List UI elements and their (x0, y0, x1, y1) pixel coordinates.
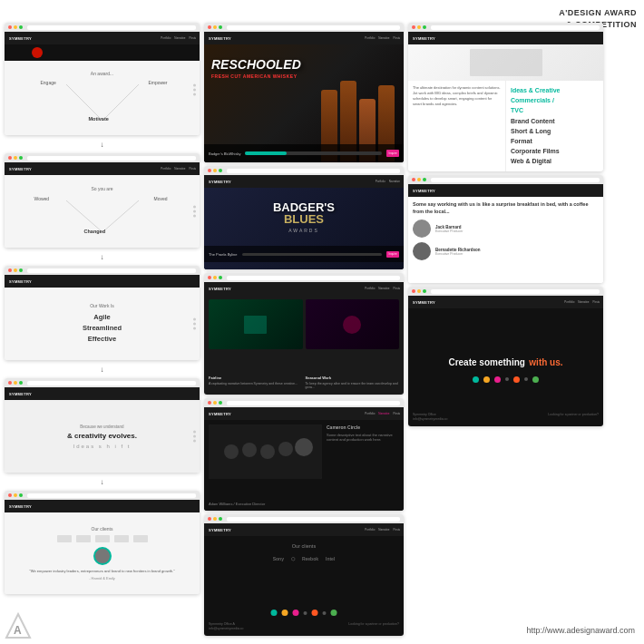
client-attribution: - Hamid & Emily (89, 576, 115, 581)
work-thumbnails (209, 299, 399, 349)
dot-yellow-i (417, 25, 421, 29)
browser-nav-5: SYMMETRY (5, 500, 200, 512)
nav-dot-3 (193, 318, 196, 321)
bottom-url: http://www.adesignaward.com (526, 626, 635, 635)
person2-role: Executive Producer (435, 252, 481, 256)
ideas-line-7: Corporate Films (511, 146, 599, 156)
nav-dots-2 (193, 206, 196, 218)
client-dark-sony: Sony (273, 556, 284, 561)
nav-link-c: Narrative (578, 300, 589, 304)
browser-testimonial: SYMMETRY Some say working with us is lik… (408, 175, 603, 283)
nav-link: Narrative (174, 36, 185, 40)
nav-dot-2 (193, 215, 196, 218)
url-bar-b (227, 169, 400, 173)
dot-yellow (14, 25, 17, 29)
sym-logo-cd: SYMMETRY (208, 526, 222, 533)
dot-yellow-dw (213, 276, 217, 279)
dot-green-2 (19, 156, 23, 160)
browser-nav-4: SYMMETRY (5, 387, 200, 400)
url-bar-c (431, 289, 600, 294)
nav-dot (193, 89, 196, 92)
green-dot-1 (331, 610, 337, 616)
dot-green-3 (19, 268, 23, 272)
screen-testimonial-content: Some say working with us is like a surpr… (408, 197, 603, 283)
work-body-2: To keep the agency alive and to ensure t… (306, 382, 400, 390)
badger-bottom-label: The Praela Byline (209, 252, 238, 257)
soyouare-diagram: Wowed Changed Moved (21, 196, 184, 237)
browser-dark-work: SYMMETRY Portfolio Narrative Posts (204, 273, 404, 395)
creativity-tagline: & creativity evolves. (67, 432, 137, 440)
dot-green-5 (19, 493, 23, 497)
whiskey-btn[interactable]: Inquire (386, 150, 399, 157)
wowed-label: Wowed (34, 196, 50, 201)
contact-block-1: Symmetry Office A info@symmetrymedia.co (209, 622, 244, 631)
red-circle (32, 47, 43, 58)
screen4-content: Because we understand & creativity evolv… (5, 400, 200, 473)
nav-links-1: Portfolio Narrative Posts (161, 36, 196, 40)
badger-btn[interactable]: Inquire (386, 251, 399, 258)
grey-dot-2 (323, 611, 327, 615)
person1-row: Jack Barnard Executive Producer (413, 220, 599, 238)
screen-people-content: Cameron Circle Some descriptive text abo… (204, 420, 404, 511)
thumb-image-2 (343, 316, 361, 334)
sym-logo-2: SYMMETRY (8, 165, 23, 172)
nav-link: Posts (189, 36, 196, 40)
screen-dark-create-content: Create something with us. Symmetry O (408, 308, 603, 426)
badger-bottom-bar: The Praela Byline Inquire (204, 246, 404, 262)
svg-text:A: A (14, 624, 22, 637)
screen3-content: Our Work Is Agile Streamlined Effective (5, 288, 200, 360)
contact-block-2: Looking for a partner or production? (348, 622, 399, 631)
work-body-1: A captivating narrative between Symmetry… (209, 382, 303, 386)
ideas-body-text: The ultimate destination for dynamic con… (413, 85, 501, 107)
create-contact: Symmetry Office info@symmetrymedia.co Lo… (413, 413, 599, 423)
whiskey-bottom-bar: Badger's BluWhisky Inquire (204, 144, 404, 162)
browser-bar-b (204, 166, 404, 175)
creativity-heading: Because we understand (80, 424, 123, 429)
a-design-logo: A (5, 612, 32, 639)
browser-soyouare: SYMMETRY Portfolio Narrative Posts So yo… (5, 153, 200, 248)
browser-whiskey: SYMMETRY Portfolio Narrative Posts (204, 23, 404, 162)
people-name: Adam Williams / Executive Director (209, 502, 265, 506)
dot-red-w (208, 25, 211, 29)
grey-dot-1 (304, 611, 307, 615)
creativity-sub: Ideas s h i f t (73, 444, 131, 449)
nav-links-p: Portfolio Narrative Posts (365, 412, 400, 415)
ideas-line-1: Ideas & Creative (511, 85, 599, 95)
nav-dot-3 (193, 323, 196, 326)
nav-link-w: Narrative (378, 36, 389, 40)
dot-red-t (412, 178, 415, 181)
dot-red-c (412, 289, 415, 293)
badger-title-area: BADGER'S BLUES AWARDS (273, 201, 335, 233)
dot-green-t (423, 178, 426, 181)
browser-bar-4 (5, 378, 200, 387)
browser-nav-c: SYMMETRY Portfolio Narrative Posts (408, 296, 603, 308)
person1-avatar (413, 220, 431, 238)
nav-link-cd: Portfolio (365, 528, 375, 532)
sym-text-cd: SYMMETRY (209, 528, 231, 532)
sym-text-2: SYMMETRY (9, 167, 32, 171)
screen-clients-dark-content: Our clients Sony ⬡ Reebok Intel (204, 536, 404, 636)
thumb-1 (209, 299, 303, 349)
url-bar-i (431, 25, 600, 30)
dot-green-c (423, 289, 426, 293)
left-column: SYMMETRY Portfolio Narrative Posts An aw… (5, 23, 200, 636)
sym-text-3: SYMMETRY (9, 279, 32, 284)
sym-logo-b: SYMMETRY (208, 178, 222, 185)
url-bar-w (227, 25, 400, 30)
sym-logo-i: SYMMETRY (412, 34, 426, 42)
award-subtext: An award... (91, 71, 113, 76)
empower-label: Empower (148, 80, 167, 85)
contact-line-2: info@symmetrymedia.co (209, 627, 244, 631)
testimonial-quote: Some say working with us is like a surpr… (413, 201, 599, 215)
url-bar-5 (27, 493, 196, 498)
whiskey-progress-fill (245, 151, 286, 155)
svg-point-5 (224, 444, 239, 459)
create-dot-grey (505, 377, 509, 381)
screen-dark-work-content: Fairline A captivating narrative between… (204, 295, 404, 395)
sym-text-p: SYMMETRY (209, 412, 231, 416)
client-quote: "We empower industry leaders, entreprene… (29, 569, 174, 574)
create-dot-teal (473, 376, 479, 383)
whiskey-bottom-label: Badger's BluWhisky (209, 151, 240, 156)
people-text: Cameron Circle Some descriptive text abo… (327, 424, 399, 442)
nav-link-cd: Narrative (378, 528, 389, 532)
